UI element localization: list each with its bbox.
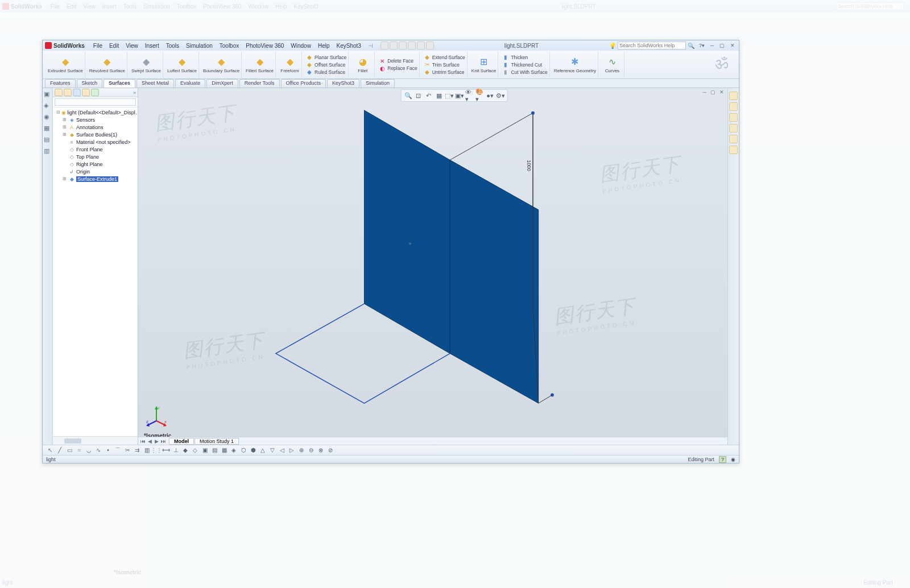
qat-new-icon[interactable] bbox=[380, 42, 388, 49]
ribbon-planar-surface[interactable]: ◆Planar Surface bbox=[306, 54, 346, 61]
ribbon-lofted-surface[interactable]: ◆Lofted Surface bbox=[166, 52, 199, 78]
taskpane-view-palette-icon[interactable] bbox=[729, 124, 738, 132]
sk-more-8-icon[interactable]: ⬢ bbox=[249, 446, 257, 454]
taskpane-appearances-icon[interactable] bbox=[729, 135, 738, 143]
menu-edit[interactable]: Edit bbox=[106, 42, 122, 49]
ribbon-untrim-surface[interactable]: ◆Untrim Surface bbox=[424, 69, 465, 76]
menu-help[interactable]: Help bbox=[315, 42, 333, 49]
leftstrip-icon-3[interactable]: ◉ bbox=[44, 113, 52, 121]
bottom-tab-model[interactable]: Model bbox=[169, 438, 194, 445]
sk-line-icon[interactable]: ╱ bbox=[56, 446, 64, 454]
sk-more-3-icon[interactable]: ▣ bbox=[201, 446, 209, 454]
sk-point-icon[interactable]: • bbox=[104, 446, 112, 454]
sk-spline-icon[interactable]: ∿ bbox=[94, 446, 102, 454]
qat-print-icon[interactable] bbox=[408, 42, 416, 49]
menu-keyshot[interactable]: KeyShot3 bbox=[333, 42, 363, 49]
qat-options-icon[interactable] bbox=[426, 42, 434, 49]
tree-root-node[interactable]: ⊟◉light (Default<<Default>_Displ… bbox=[55, 109, 138, 116]
tab-evaluate[interactable]: Evaluate bbox=[175, 79, 205, 88]
tab-surfaces[interactable]: Surfaces bbox=[104, 79, 135, 88]
ribbon-thickened-cut[interactable]: ▮Thickened Cut bbox=[502, 61, 547, 68]
ribbon-offset-surface[interactable]: ◆Offset Surface bbox=[306, 61, 346, 68]
qat-save-icon[interactable] bbox=[399, 42, 407, 49]
help-search-input[interactable] bbox=[618, 42, 686, 49]
tree-h-scrollbar[interactable] bbox=[53, 436, 138, 445]
tree-node-surface-extrude1[interactable]: ⊞◆Surface-Extrude1 bbox=[55, 175, 138, 183]
sk-more-7-icon[interactable]: ⬡ bbox=[239, 446, 247, 454]
sk-more-13-icon[interactable]: ⊕ bbox=[297, 446, 305, 454]
menu-file[interactable]: File bbox=[90, 42, 105, 49]
tree-tab-display-icon[interactable] bbox=[91, 89, 99, 96]
tree-node-annotations[interactable]: ⊞AAnnotations bbox=[55, 123, 138, 131]
status-help-icon[interactable]: ? bbox=[719, 456, 726, 463]
3d-viewport[interactable]: 🔍 ⊡ ↶ ▦ ⬚▾ ▣▾ 👁▾ 🎨▾ ●▾ ⚙▾ ─ ▢ ✕ bbox=[138, 88, 727, 445]
sk-offset-icon[interactable]: ⇉ bbox=[133, 446, 141, 454]
sk-more-9-icon[interactable]: △ bbox=[259, 446, 267, 454]
maximize-button[interactable]: ▢ bbox=[718, 42, 726, 49]
sk-dim-icon[interactable]: ⟷ bbox=[162, 446, 170, 454]
tab-sheet-metal[interactable]: Sheet Metal bbox=[136, 79, 174, 88]
sk-pattern-icon[interactable]: ⋮⋮ bbox=[152, 446, 160, 454]
menu-tools[interactable]: Tools bbox=[163, 42, 182, 49]
ribbon-extend-surface[interactable]: ◆Extend Surface bbox=[424, 54, 465, 61]
tab-nav-prev-icon[interactable]: ◀ bbox=[147, 438, 153, 444]
menu-toolbox[interactable]: Toolbox bbox=[217, 42, 242, 49]
ribbon-trim-surface[interactable]: ✂Trim Surface bbox=[424, 61, 465, 68]
tree-tab-dimxpert-icon[interactable] bbox=[82, 89, 90, 96]
sk-rect-icon[interactable]: ▭ bbox=[65, 446, 73, 454]
tab-office-products[interactable]: Office Products bbox=[281, 79, 326, 88]
ribbon-revolved-surface[interactable]: ◆Revolved Surface bbox=[88, 52, 127, 78]
ribbon-freeform[interactable]: ◆Freeform bbox=[278, 52, 302, 78]
ribbon-boundary-surface[interactable]: ◆Boundary Surface bbox=[201, 52, 242, 78]
ribbon-extruded-surface[interactable]: ◆Extruded Surface bbox=[46, 52, 85, 78]
sk-select-icon[interactable]: ↖ bbox=[46, 446, 54, 454]
leftstrip-icon-1[interactable]: ▣ bbox=[44, 90, 52, 98]
tab-simulation[interactable]: Simulation bbox=[361, 79, 395, 88]
leftstrip-icon-6[interactable]: ▥ bbox=[44, 147, 52, 155]
tree-collapse-icon[interactable]: » bbox=[133, 90, 136, 96]
qat-rebuild-icon[interactable] bbox=[417, 42, 425, 49]
sk-more-6-icon[interactable]: ◈ bbox=[230, 446, 238, 454]
taskpane-resources-icon[interactable] bbox=[729, 92, 738, 100]
tree-tab-feature-icon[interactable] bbox=[55, 89, 63, 96]
tab-keyshot[interactable]: KeyShot3 bbox=[327, 79, 359, 88]
sk-more-15-icon[interactable]: ⊗ bbox=[317, 446, 325, 454]
tab-sketch[interactable]: Sketch bbox=[77, 79, 103, 88]
sk-more-10-icon[interactable]: ▽ bbox=[268, 446, 276, 454]
search-go-icon[interactable]: 🔍 bbox=[688, 43, 694, 49]
tree-node-right-plane[interactable]: ◇Right Plane bbox=[55, 160, 138, 168]
tree-node-material[interactable]: ≡Material <not specified> bbox=[55, 138, 138, 146]
ribbon-swept-surface[interactable]: ◆Swept Surface bbox=[130, 52, 163, 78]
taskpane-design-library-icon[interactable] bbox=[729, 102, 738, 111]
menu-simulation[interactable]: Simulation bbox=[183, 42, 216, 49]
menu-insert[interactable]: Insert bbox=[142, 42, 162, 49]
sk-more-4-icon[interactable]: ▤ bbox=[210, 446, 218, 454]
sk-more-14-icon[interactable]: ⊖ bbox=[307, 446, 315, 454]
sk-more-16-icon[interactable]: ⊘ bbox=[326, 446, 334, 454]
ribbon-cut-with-surface[interactable]: ▮Cut With Surface bbox=[502, 69, 547, 76]
sk-circle-icon[interactable]: ○ bbox=[75, 446, 83, 454]
ribbon-delete-face[interactable]: ✕Delete Face bbox=[379, 57, 417, 64]
tree-tab-config-icon[interactable] bbox=[73, 89, 81, 96]
ribbon-fillet[interactable]: ◕Fillet bbox=[351, 52, 375, 78]
bottom-tab-motion-study[interactable]: Motion Study 1 bbox=[195, 438, 239, 445]
menu-pin-icon[interactable]: ⊣ bbox=[365, 42, 376, 49]
sk-more-2-icon[interactable]: ◇ bbox=[191, 446, 199, 454]
sk-fillet-icon[interactable]: ⌒ bbox=[114, 446, 122, 454]
sk-more-12-icon[interactable]: ▷ bbox=[288, 446, 296, 454]
leftstrip-icon-4[interactable]: ▦ bbox=[44, 125, 52, 132]
ribbon-filled-surface[interactable]: ◆Filled Surface bbox=[244, 52, 276, 78]
ribbon-knit-surface[interactable]: ⊞Knit Surface bbox=[470, 52, 499, 78]
minimize-button[interactable]: ─ bbox=[708, 42, 716, 49]
tab-render-tools[interactable]: Render Tools bbox=[239, 79, 280, 88]
menu-window[interactable]: Window bbox=[288, 42, 314, 49]
sk-more-5-icon[interactable]: ▦ bbox=[220, 446, 228, 454]
tab-nav-last-icon[interactable]: ⏭ bbox=[160, 438, 167, 444]
close-button[interactable]: ✕ bbox=[729, 42, 737, 49]
ribbon-curves[interactable]: ∿Curves bbox=[601, 52, 624, 78]
leftstrip-icon-2[interactable]: ◈ bbox=[44, 102, 52, 110]
tree-node-origin[interactable]: ↲Origin bbox=[55, 168, 138, 175]
ribbon-replace-face[interactable]: ◐Replace Face bbox=[379, 65, 417, 72]
tab-nav-first-icon[interactable]: ⏮ bbox=[140, 438, 146, 444]
ribbon-thicken[interactable]: ▮Thicken bbox=[502, 54, 547, 61]
